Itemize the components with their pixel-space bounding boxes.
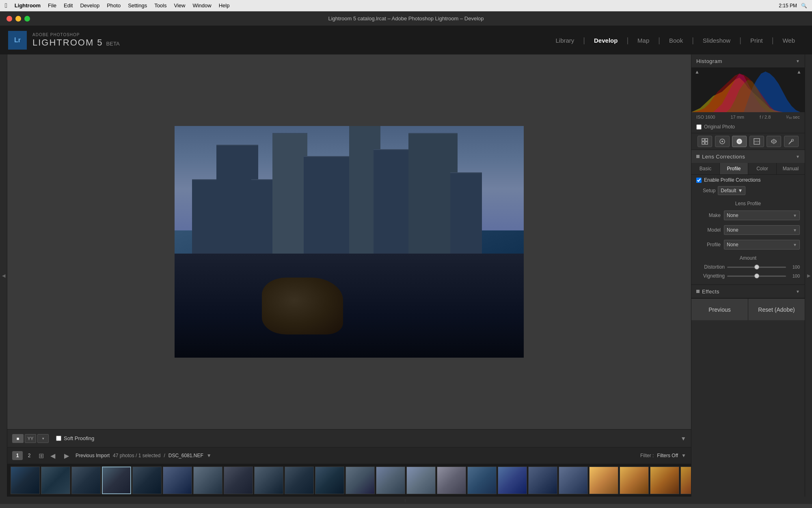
film-thumb-21[interactable] bbox=[620, 467, 649, 494]
minimize-button[interactable] bbox=[15, 16, 21, 22]
prev-nav-icon[interactable]: ◀ bbox=[48, 451, 58, 460]
previous-button[interactable]: Previous bbox=[691, 299, 748, 320]
menu-edit[interactable]: Edit bbox=[64, 2, 73, 9]
film-thumb-14[interactable] bbox=[406, 467, 436, 494]
reset-button[interactable]: Reset (Adobe) bbox=[748, 299, 805, 320]
histogram-left-arrow[interactable]: ▲ bbox=[695, 69, 700, 75]
tab-basic[interactable]: Basic bbox=[691, 163, 720, 174]
tab-profile[interactable]: Profile bbox=[720, 163, 748, 174]
compare-view-button[interactable]: YY bbox=[25, 434, 36, 443]
radial-tool-icon[interactable] bbox=[767, 136, 781, 147]
filter-expand-icon[interactable]: ▼ bbox=[681, 453, 686, 458]
film-thumb-13[interactable] bbox=[376, 467, 405, 494]
lens-corrections-header[interactable]: Lens Corrections ▼ bbox=[691, 150, 805, 163]
film-thumb-4[interactable] bbox=[102, 467, 131, 494]
tab-map[interactable]: Map bbox=[628, 26, 658, 54]
menu-file[interactable]: File bbox=[48, 2, 56, 9]
histogram-header[interactable]: Histogram ▼ bbox=[691, 54, 805, 67]
film-thumb-12[interactable] bbox=[346, 467, 375, 494]
film-thumb-5[interactable] bbox=[132, 467, 162, 494]
heal-tool-icon[interactable] bbox=[732, 136, 747, 147]
film-thumb-20[interactable] bbox=[589, 467, 618, 494]
survey-view-button[interactable]: ▾ bbox=[37, 434, 49, 443]
film-thumb-8[interactable] bbox=[224, 467, 253, 494]
film-thumb-6[interactable] bbox=[163, 467, 192, 494]
app-product-name: LIGHTROOM 5 bbox=[32, 37, 103, 48]
handle-dots-icon: ⋮ bbox=[404, 499, 408, 502]
grid-tool-icon[interactable] bbox=[698, 136, 712, 147]
histogram-right-arrow[interactable]: ▲ bbox=[797, 69, 801, 75]
distortion-slider-thumb[interactable] bbox=[754, 265, 759, 269]
left-panel-toggle[interactable]: ◀ bbox=[0, 54, 7, 497]
vignetting-slider-thumb[interactable] bbox=[754, 274, 759, 278]
make-select[interactable]: None ▼ bbox=[724, 211, 800, 220]
gradient-tool-icon[interactable] bbox=[749, 136, 764, 147]
film-thumb-17[interactable] bbox=[498, 467, 527, 494]
tab-color[interactable]: Color bbox=[748, 163, 777, 174]
crop-tool-icon[interactable] bbox=[715, 136, 730, 147]
menu-help[interactable]: Help bbox=[219, 2, 230, 9]
tab-manual[interactable]: Manual bbox=[777, 163, 805, 174]
tab-web[interactable]: Web bbox=[773, 26, 804, 54]
focal-info: 17 mm bbox=[730, 115, 744, 120]
view-buttons: ■ YY ▾ bbox=[12, 434, 49, 443]
film-thumb-11[interactable] bbox=[315, 467, 344, 494]
film-thumb-9[interactable] bbox=[254, 467, 283, 494]
building-1 bbox=[192, 179, 220, 261]
tab-library[interactable]: Library bbox=[546, 26, 583, 54]
close-button[interactable] bbox=[6, 16, 12, 22]
film-thumb-22[interactable] bbox=[650, 467, 679, 494]
filename-label[interactable]: DSC_6081.NEF bbox=[168, 453, 203, 458]
tab-develop[interactable]: Develop bbox=[585, 26, 626, 54]
single-view-button[interactable]: ■ bbox=[12, 434, 24, 443]
model-label: Model bbox=[696, 227, 721, 233]
film-thumb-15[interactable] bbox=[437, 467, 466, 494]
model-select[interactable]: None ▼ bbox=[724, 225, 800, 235]
building-4 bbox=[272, 133, 307, 261]
menu-develop[interactable]: Develop bbox=[80, 2, 99, 9]
original-photo-row: Original Photo bbox=[691, 122, 805, 133]
profile-select[interactable]: None ▼ bbox=[724, 240, 800, 250]
tab-book[interactable]: Book bbox=[660, 26, 692, 54]
spotlight-icon[interactable]: 🔍 bbox=[801, 3, 807, 9]
original-photo-checkbox[interactable] bbox=[696, 124, 702, 130]
film-thumb-10[interactable] bbox=[285, 467, 314, 494]
setup-select[interactable]: Default ▼ bbox=[718, 186, 745, 195]
next-nav-icon[interactable]: ▶ bbox=[62, 451, 71, 460]
enable-profile-checkbox[interactable] bbox=[696, 178, 702, 183]
film-thumb-19[interactable] bbox=[559, 467, 588, 494]
expand-toolbar-icon[interactable]: ▼ bbox=[680, 435, 686, 442]
film-thumb-7[interactable] bbox=[193, 467, 222, 494]
film-thumb-16[interactable] bbox=[467, 467, 497, 494]
filename-arrow[interactable]: ▼ bbox=[207, 453, 212, 458]
bottom-handle[interactable]: ⋮ bbox=[0, 497, 812, 504]
maximize-button[interactable] bbox=[24, 16, 30, 22]
menu-settings[interactable]: Settings bbox=[128, 2, 147, 9]
menu-tools[interactable]: Tools bbox=[154, 2, 166, 9]
page-1-button[interactable]: 1 bbox=[12, 451, 23, 460]
soft-proofing-checkbox[interactable] bbox=[56, 436, 61, 441]
menu-view[interactable]: View bbox=[174, 2, 186, 9]
filter-value[interactable]: Filters Off bbox=[657, 453, 678, 458]
page-2-button[interactable]: 2 bbox=[24, 451, 35, 460]
menu-photo[interactable]: Photo bbox=[107, 2, 121, 9]
film-thumb-1[interactable] bbox=[11, 467, 40, 494]
grid-view-icon[interactable]: ⊞ bbox=[39, 452, 44, 460]
film-thumb-23[interactable] bbox=[680, 467, 691, 494]
amount-header: Amount bbox=[691, 252, 805, 263]
menu-lightroom[interactable]: Lightroom bbox=[15, 2, 41, 9]
menu-window[interactable]: Window bbox=[192, 2, 211, 9]
right-panel-toggle[interactable]: ▶ bbox=[805, 54, 812, 497]
brush-tool-icon[interactable] bbox=[784, 136, 799, 147]
film-thumb-18[interactable] bbox=[528, 467, 557, 494]
film-thumb-inner-13 bbox=[376, 467, 405, 494]
svg-point-12 bbox=[737, 139, 742, 144]
filmstrip bbox=[7, 464, 691, 497]
film-thumb-3[interactable] bbox=[71, 467, 101, 494]
film-thumb-2[interactable] bbox=[41, 467, 70, 494]
tab-slideshow[interactable]: Slideshow bbox=[694, 26, 739, 54]
tab-print[interactable]: Print bbox=[741, 26, 772, 54]
effects-header[interactable]: Effects ▼ bbox=[691, 285, 805, 298]
film-thumb-inner-6 bbox=[163, 467, 192, 494]
apple-menu[interactable]:  bbox=[5, 2, 7, 9]
